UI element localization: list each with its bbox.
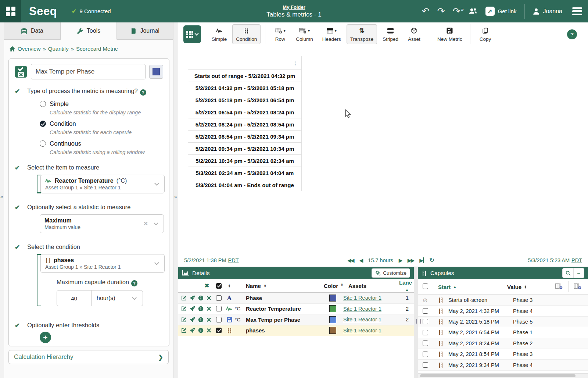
- radio-option-condition[interactable]: Condition: [40, 120, 146, 128]
- statistic-dropdown[interactable]: Maximum Maximum value ×: [40, 214, 164, 233]
- item-checkbox[interactable]: [216, 306, 222, 311]
- help-icon[interactable]: ?: [567, 29, 577, 39]
- edit-item-button[interactable]: [181, 317, 187, 322]
- item-info-button[interactable]: [198, 317, 204, 322]
- worksheet-title[interactable]: Tables & metrics - 1: [266, 11, 321, 18]
- item-info-button[interactable]: [198, 328, 204, 333]
- toolbar-button-column[interactable]: ▾ Column: [292, 24, 317, 44]
- remove-item-button[interactable]: [207, 296, 211, 300]
- item-name[interactable]: Phase: [246, 295, 322, 301]
- undo-icon[interactable]: ↶: [422, 7, 430, 16]
- item-info-button[interactable]: [198, 295, 204, 301]
- step-forward-fast-icon[interactable]: ▶▶: [408, 257, 414, 263]
- tab-data[interactable]: Data: [4, 22, 61, 40]
- item-checkbox[interactable]: [216, 317, 222, 322]
- clear-selection-icon[interactable]: ×: [144, 220, 148, 228]
- color-swatch[interactable]: [329, 327, 336, 334]
- remove-item-button[interactable]: [207, 317, 211, 322]
- item-checkbox[interactable]: [216, 295, 222, 301]
- metric-table-cell[interactable]: 5/3/2021 02:34 am - 5/3/2021 04:04 am: [188, 167, 302, 179]
- item-name[interactable]: Max Temp per Phase: [246, 317, 322, 323]
- timezone-link[interactable]: PDT: [571, 257, 582, 263]
- get-link-button[interactable]: ↗ Get link: [485, 7, 517, 16]
- toolbar-button-headers[interactable]: ▾ Headers: [319, 24, 345, 44]
- toolbar-button-transpose[interactable]: ⇅ Transpose: [347, 24, 377, 44]
- col-name-label[interactable]: Name: [246, 283, 261, 289]
- scrollbar-thumb[interactable]: [420, 374, 576, 377]
- send-to-trend-button[interactable]: [190, 306, 195, 311]
- metric-table-cell[interactable]: 5/2/2021 05:18 pm - 5/2/2021 06:54 pm: [188, 94, 302, 106]
- range-end[interactable]: 5/3/2021 5:23 AMPDT: [528, 257, 582, 263]
- metric-table-cell[interactable]: Starts out of range - 5/2/2021 04:32 pm: [188, 70, 302, 82]
- capsule-checkbox[interactable]: [423, 330, 428, 335]
- sidebar-collapse-handle[interactable]: «: [173, 22, 178, 378]
- horizontal-scrollbar[interactable]: [418, 373, 588, 378]
- metric-name-input[interactable]: [31, 64, 146, 79]
- fast-forward-icon[interactable]: ↷»: [453, 7, 460, 16]
- step-forward-icon[interactable]: ▶: [399, 257, 402, 263]
- item-checkbox[interactable]: [216, 328, 222, 333]
- metric-table-cell[interactable]: 5/2/2021 06:54 pm - 5/2/2021 08:24 pm: [188, 106, 302, 118]
- send-to-trend-button[interactable]: [190, 328, 195, 333]
- asset-link[interactable]: Site 1 Reactor 1: [343, 295, 381, 301]
- table-view-menu-button[interactable]: [183, 25, 201, 43]
- item-name[interactable]: Reactor Temperature: [246, 306, 322, 312]
- tab-journal[interactable]: Journal: [117, 22, 173, 40]
- item-name[interactable]: phases: [246, 327, 322, 334]
- color-swatch[interactable]: [329, 316, 336, 323]
- col-lane-label[interactable]: Lane ▲: [399, 279, 414, 292]
- toolbar-button-copy[interactable]: Copy: [475, 24, 495, 44]
- hamburger-menu-icon[interactable]: [572, 7, 582, 15]
- capsule-checkbox[interactable]: [423, 308, 428, 314]
- condition-dropdown[interactable]: phases Asset Group 1 » Site 1 Reactor 1: [40, 254, 165, 273]
- add-stat-column-icon[interactable]: [569, 283, 587, 290]
- metric-table-cell[interactable]: 5/2/2021 09:34 pm - 5/2/2021 10:34 pm: [188, 143, 302, 155]
- users-icon[interactable]: [468, 7, 478, 16]
- metric-table-cell[interactable]: 5/2/2021 08:24 pm - 5/2/2021 08:54 pm: [188, 118, 302, 131]
- edit-item-button[interactable]: [181, 306, 187, 311]
- sort-icon[interactable]: ▲▼: [341, 283, 343, 289]
- radio-unselected-icon[interactable]: [40, 140, 46, 147]
- send-to-trend-button[interactable]: [190, 317, 195, 322]
- remove-item-button[interactable]: [207, 328, 211, 333]
- toolbar-button-condition[interactable]: Condition: [232, 24, 261, 44]
- item-to-measure-dropdown[interactable]: Reactor Temperature (°C) Asset Group 1 »…: [40, 175, 165, 193]
- sort-icon[interactable]: ▲▼: [228, 284, 231, 288]
- zoom-to-capsule-button[interactable]: [563, 268, 573, 278]
- tab-tools[interactable]: Tools: [61, 22, 117, 40]
- radio-unselected-icon[interactable]: [40, 101, 46, 107]
- col-assets-label[interactable]: Assets: [348, 283, 366, 289]
- step-back-icon[interactable]: ◀: [359, 257, 363, 263]
- calculation-hierarchy-bar[interactable]: Calculation Hierarchy ❯: [8, 350, 169, 364]
- asset-link[interactable]: Site 1 Reactor 1: [343, 317, 381, 322]
- item-info-button[interactable]: [198, 306, 204, 311]
- col-value-label[interactable]: Value: [507, 284, 521, 290]
- edit-item-button[interactable]: [181, 295, 187, 301]
- panel-resize-handle[interactable]: ❘❘: [414, 267, 418, 378]
- sort-icon[interactable]: ▲▼: [264, 284, 266, 288]
- step-to-end-icon[interactable]: ▶: [419, 257, 424, 263]
- edit-item-button[interactable]: [181, 328, 187, 333]
- select-all-checkbox[interactable]: [216, 283, 222, 289]
- remove-all-icon[interactable]: ✖: [204, 282, 209, 289]
- capsule-checkbox[interactable]: [423, 362, 428, 368]
- metric-table-cell[interactable]: 5/2/2021 08:54 pm - 5/2/2021 09:34 pm: [188, 131, 302, 143]
- toolbar-button-new-metric[interactable]: New Metric: [434, 24, 466, 44]
- sort-icon[interactable]: ▲▼: [524, 285, 527, 289]
- add-column-icon[interactable]: [550, 283, 568, 290]
- toolbar-button-striped[interactable]: Striped: [379, 24, 402, 44]
- help-icon[interactable]: ?: [140, 89, 146, 96]
- help-icon[interactable]: ?: [131, 280, 137, 286]
- capsule-duration-input[interactable]: [57, 290, 92, 306]
- col-color-label[interactable]: Color: [324, 283, 338, 289]
- radio-option-simple[interactable]: Simple: [40, 100, 146, 108]
- asset-link[interactable]: Site 1 Reactor 1: [343, 328, 381, 334]
- breadcrumb-quantify[interactable]: Quantify: [48, 46, 69, 52]
- toolbar-button-asset[interactable]: Asset: [404, 24, 424, 44]
- breadcrumb-overview[interactable]: Overview: [18, 46, 41, 52]
- metric-color-swatch[interactable]: [149, 65, 163, 79]
- customize-button[interactable]: Customize: [372, 268, 410, 278]
- color-swatch[interactable]: [329, 305, 336, 312]
- user-menu[interactable]: Joanna: [533, 8, 563, 15]
- col-start-label[interactable]: Start: [438, 284, 451, 290]
